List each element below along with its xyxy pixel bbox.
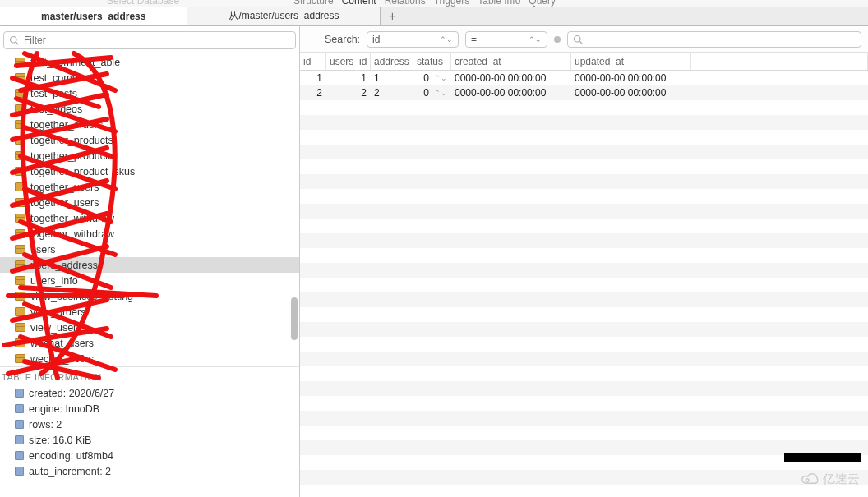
- grid-cell[interactable]: [300, 396, 868, 411]
- col-header-address[interactable]: address: [371, 53, 413, 70]
- grid-cell[interactable]: 1: [300, 71, 326, 85]
- table-list-item[interactable]: together_orders: [0, 117, 299, 132]
- table-list-item[interactable]: together_products: [0, 132, 299, 148]
- table-icon: [15, 292, 25, 301]
- filter-input[interactable]: [22, 34, 290, 47]
- grid-cell[interactable]: [300, 159, 868, 174]
- table-list-item[interactable]: wechat_users: [0, 335, 299, 351]
- stepper-icon[interactable]: ⌃⌄: [434, 74, 447, 82]
- grid-cell[interactable]: 1: [371, 71, 413, 85]
- grid-cell[interactable]: [300, 440, 868, 455]
- tabs-row: master/users_address从/master/users_addre…: [0, 7, 868, 26]
- cloud-icon: [800, 471, 820, 487]
- select-database-label[interactable]: Select Database: [107, 0, 179, 7]
- grid-cell[interactable]: [300, 470, 868, 485]
- grid-cell[interactable]: [300, 381, 868, 396]
- scrollbar-thumb[interactable]: [291, 297, 298, 340]
- search-column-select[interactable]: id ⌃⌄: [367, 31, 459, 48]
- top-menu-item[interactable]: Query: [529, 0, 556, 7]
- grid-cell[interactable]: [300, 337, 868, 352]
- grid-cell[interactable]: 0⌃⌄: [413, 71, 451, 85]
- table-list-item[interactable]: together_withdraw: [0, 210, 299, 226]
- table-list-item[interactable]: test_posts: [0, 85, 299, 101]
- grid-cell[interactable]: 0000-00-00 00:00:00: [571, 85, 691, 100]
- grid-cell[interactable]: [300, 426, 868, 440]
- table-list-item[interactable]: users: [0, 242, 299, 257]
- table-row[interactable]: 1110⌃⌄0000-00-00 00:00:000000-00-00 00:0…: [300, 71, 868, 85]
- table-list-label: together_users: [30, 182, 99, 193]
- table-row-empty: [300, 337, 868, 352]
- search-value-input-wrap[interactable]: [567, 31, 861, 48]
- grid-cell[interactable]: [300, 455, 868, 470]
- table-list-item[interactable]: together_users: [0, 179, 299, 195]
- table-list-item[interactable]: users_info: [0, 273, 299, 288]
- search-operator-select[interactable]: = ⌃⌄: [465, 31, 547, 48]
- filter-input-wrap[interactable]: [3, 31, 296, 49]
- table-list-item[interactable]: wechat_users: [0, 351, 299, 366]
- grid-cell[interactable]: 0000-00-00 00:00:00: [451, 85, 571, 100]
- col-header-status[interactable]: status: [413, 53, 451, 70]
- grid-cell[interactable]: [300, 307, 868, 322]
- grid-cell[interactable]: [300, 366, 868, 381]
- grid-cell[interactable]: [300, 263, 868, 278]
- grid-cell[interactable]: [300, 115, 868, 130]
- table-list-item[interactable]: view_orders: [0, 304, 299, 320]
- search-value-input[interactable]: [586, 33, 856, 46]
- top-menu-item[interactable]: Triggers: [434, 0, 470, 7]
- grid-cell-value: 0000-00-00 00:00:00: [455, 72, 546, 84]
- top-menu-item[interactable]: Content: [342, 0, 376, 7]
- col-header-users-id[interactable]: users_id: [326, 53, 371, 70]
- info-icon: [15, 467, 24, 476]
- table-list-item[interactable]: view_business_setting: [0, 288, 299, 304]
- grid-cell[interactable]: [300, 100, 868, 115]
- grid-cell[interactable]: 2: [371, 85, 413, 100]
- grid-cell[interactable]: [300, 411, 868, 426]
- stepper-icon[interactable]: ⌃⌄: [434, 89, 447, 97]
- tab[interactable]: master/users_address: [0, 7, 187, 25]
- grid-cell[interactable]: [300, 204, 868, 219]
- table-row-empty: [300, 396, 868, 411]
- table-list-item[interactable]: together_products: [0, 148, 299, 163]
- grid-cell[interactable]: [300, 278, 868, 292]
- table-list-item[interactable]: together_product_skus: [0, 163, 299, 179]
- col-header-created-at[interactable]: created_at: [451, 53, 571, 70]
- table-list-item[interactable]: view_users: [0, 320, 299, 335]
- table-list-item[interactable]: test_videos: [0, 101, 299, 117]
- grid-cell[interactable]: 0000-00-00 00:00:00: [451, 71, 571, 85]
- grid-cell[interactable]: [300, 352, 868, 366]
- grid-cell[interactable]: [300, 219, 868, 233]
- grid-cell[interactable]: [300, 485, 868, 497]
- add-tab-button[interactable]: +: [381, 7, 404, 25]
- search-icon: [9, 35, 19, 45]
- top-menu-item[interactable]: Structure: [293, 0, 334, 7]
- top-menu-item[interactable]: Table Info: [478, 0, 520, 7]
- grid-cell[interactable]: 0⌃⌄: [413, 85, 451, 100]
- table-list-item[interactable]: users_address: [0, 257, 299, 273]
- col-header-updated-at[interactable]: updated_at: [571, 53, 691, 70]
- table-icon: [15, 198, 25, 207]
- grid-cell[interactable]: [300, 174, 868, 189]
- grid-cell[interactable]: [300, 292, 868, 307]
- grid-cell[interactable]: 1: [326, 71, 371, 85]
- grid-cell[interactable]: [691, 71, 868, 85]
- top-menu-item[interactable]: Relations: [385, 0, 426, 7]
- grid-cell[interactable]: [300, 322, 868, 337]
- grid-cell[interactable]: [691, 85, 868, 100]
- grid-cell[interactable]: [300, 233, 868, 248]
- table-row-empty: [300, 100, 868, 115]
- table-list-item[interactable]: test_comment_able: [0, 54, 299, 70]
- col-header-id[interactable]: id: [300, 53, 326, 70]
- grid-cell[interactable]: 0000-00-00 00:00:00: [571, 71, 691, 85]
- tab[interactable]: 从/master/users_address: [187, 7, 381, 25]
- table-row-empty: [300, 485, 868, 497]
- grid-cell[interactable]: 2: [326, 85, 371, 100]
- grid-cell[interactable]: [300, 248, 868, 263]
- grid-cell[interactable]: [300, 189, 868, 204]
- table-list-item[interactable]: test_comments: [0, 70, 299, 85]
- table-row[interactable]: 2220⌃⌄0000-00-00 00:00:000000-00-00 00:0…: [300, 85, 868, 100]
- table-list-item[interactable]: together_withdraw: [0, 226, 299, 242]
- grid-cell[interactable]: 2: [300, 85, 326, 100]
- grid-cell[interactable]: [300, 145, 868, 159]
- table-list-item[interactable]: together_users: [0, 195, 299, 210]
- grid-cell[interactable]: [300, 130, 868, 145]
